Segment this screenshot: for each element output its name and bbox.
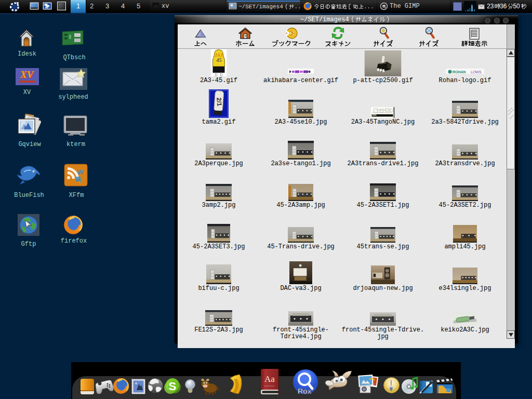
svg-text:36: 36 bbox=[500, 3, 507, 10]
svg-text:~/SET/images4: ~/SET/images4 bbox=[238, 4, 283, 10]
svg-text:W: W bbox=[77, 168, 84, 176]
svg-text:45: 45 bbox=[216, 57, 222, 63]
svg-text:23: 23 bbox=[487, 3, 494, 10]
svg-text:S: S bbox=[169, 380, 177, 393]
svg-text:ROHAN: ROHAN bbox=[453, 70, 466, 74]
svg-text:...: ... bbox=[364, 4, 374, 10]
svg-text:2/1: 2/1 bbox=[215, 97, 223, 107]
svg-text:Rox: Rox bbox=[298, 387, 312, 395]
svg-text:~/SET/images4: ~/SET/images4 bbox=[300, 16, 349, 23]
svg-text:50: 50 bbox=[513, 3, 520, 10]
svg-text:XV: XV bbox=[20, 69, 34, 80]
svg-text:Aa: Aa bbox=[264, 374, 275, 384]
svg-text:LOWS: LOWS bbox=[471, 70, 482, 74]
